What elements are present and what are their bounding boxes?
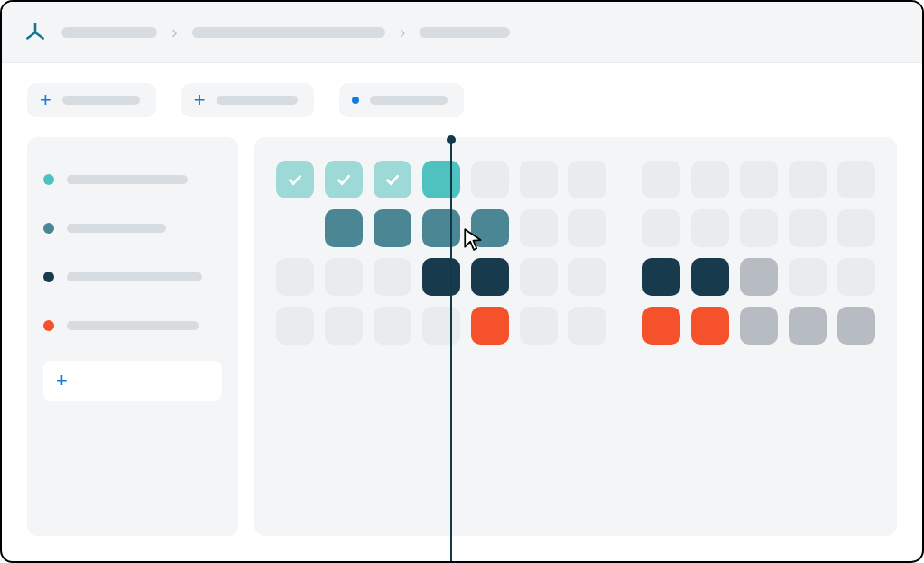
timeline-cell[interactable]: [691, 258, 729, 296]
add-item-button[interactable]: +: [43, 361, 222, 401]
cursor-icon: [462, 227, 485, 251]
timeline-cell[interactable]: [471, 307, 509, 345]
grid-gap: [617, 258, 632, 296]
timeline-cell[interactable]: [837, 161, 875, 198]
timeline-cell[interactable]: [568, 258, 606, 296]
dot-icon: [352, 97, 359, 104]
timeline-cell[interactable]: [789, 307, 827, 345]
timeline-row: [276, 258, 875, 296]
legend-dot-icon: [43, 174, 54, 185]
legend-label-placeholder: [67, 175, 188, 184]
timeline-cell[interactable]: [837, 307, 875, 345]
timeline-cell[interactable]: [691, 307, 729, 345]
toolbar-button[interactable]: [339, 83, 464, 117]
timeline-panel: [254, 137, 897, 536]
toolbar-label-placeholder: [370, 96, 448, 105]
check-icon: [285, 170, 305, 189]
timeline-cell[interactable]: [520, 307, 558, 345]
legend-sidebar: +: [27, 137, 238, 536]
timeline-cell[interactable]: [276, 307, 314, 345]
timeline-cell[interactable]: [568, 307, 606, 345]
breadcrumb-trail: ››: [61, 22, 510, 42]
timeline-cell[interactable]: [789, 258, 827, 296]
timeline-cell[interactable]: [520, 209, 558, 247]
timeline-cell[interactable]: [837, 209, 875, 247]
legend-dot-icon: [43, 320, 54, 331]
toolbar-button[interactable]: +: [181, 83, 314, 117]
timeline-cell[interactable]: [568, 209, 606, 247]
plus-icon: +: [194, 90, 206, 110]
legend-label-placeholder: [67, 321, 199, 330]
grid-gap: [617, 209, 632, 247]
timeline-cell[interactable]: [374, 209, 411, 247]
timeline-cell[interactable]: [740, 307, 778, 345]
timeline-cell[interactable]: [691, 209, 729, 247]
timeline-cell[interactable]: [740, 209, 778, 247]
app-frame: ›› ++ +: [0, 0, 924, 563]
plus-icon: +: [56, 371, 68, 391]
check-icon: [334, 170, 354, 189]
timeline-cell[interactable]: [837, 258, 875, 296]
timeline-grid: [276, 161, 875, 345]
timeline-cell[interactable]: [520, 161, 558, 198]
legend-item[interactable]: [43, 312, 222, 339]
toolbar: ++: [2, 63, 922, 117]
legend-dot-icon: [43, 223, 54, 234]
timeline-cell[interactable]: [642, 258, 680, 296]
timeline-cell[interactable]: [374, 307, 411, 345]
legend-list: [43, 166, 222, 339]
timeline-cell[interactable]: [520, 258, 558, 296]
timeline-cell[interactable]: [276, 161, 314, 198]
timeline-cell[interactable]: [422, 161, 460, 198]
breadcrumb-item[interactable]: [192, 27, 385, 38]
grid-gap: [617, 161, 632, 198]
chevron-right-icon: ›: [400, 22, 406, 42]
timeline-row: [276, 161, 875, 198]
timeline-cell[interactable]: [568, 161, 606, 198]
chevron-right-icon: ›: [171, 22, 178, 42]
legend-label-placeholder: [67, 224, 166, 233]
plus-icon: +: [40, 90, 51, 110]
breadcrumb-item[interactable]: [61, 27, 157, 38]
main-content: +: [2, 117, 922, 561]
legend-item[interactable]: [43, 263, 222, 291]
timeline-cell[interactable]: [276, 258, 314, 296]
timeline-cell[interactable]: [642, 307, 680, 345]
timeline-cell[interactable]: [374, 258, 411, 296]
legend-dot-icon: [43, 272, 54, 282]
timeline-cell[interactable]: [471, 258, 509, 296]
timeline-cell[interactable]: [471, 161, 509, 198]
breadcrumb-bar: ››: [2, 2, 922, 63]
toolbar-label-placeholder: [62, 96, 140, 105]
playhead-marker[interactable]: [450, 140, 452, 563]
timeline-cell[interactable]: [740, 161, 778, 198]
timeline-cell[interactable]: [325, 258, 363, 296]
timeline-cell[interactable]: [642, 209, 680, 247]
timeline-cell[interactable]: [789, 161, 827, 198]
toolbar-label-placeholder: [217, 96, 298, 105]
timeline-cell[interactable]: [422, 307, 460, 345]
legend-item[interactable]: [43, 166, 222, 193]
timeline-cell[interactable]: [325, 307, 363, 345]
app-logo-icon: [23, 21, 47, 44]
legend-item[interactable]: [43, 215, 222, 242]
timeline-cell[interactable]: [422, 258, 460, 296]
timeline-cell[interactable]: [642, 161, 680, 198]
timeline-cell: [276, 209, 314, 247]
check-icon: [383, 170, 402, 189]
legend-label-placeholder: [67, 272, 202, 282]
toolbar-button[interactable]: +: [27, 83, 156, 117]
timeline-cell[interactable]: [422, 209, 460, 247]
grid-gap: [617, 307, 632, 345]
timeline-cell[interactable]: [740, 258, 778, 296]
timeline-cell[interactable]: [374, 161, 411, 198]
timeline-cell[interactable]: [325, 209, 363, 247]
timeline-cell[interactable]: [789, 209, 827, 247]
timeline-row: [276, 307, 875, 345]
timeline-row: [276, 209, 875, 247]
timeline-cell[interactable]: [691, 161, 729, 198]
breadcrumb-item[interactable]: [420, 27, 510, 38]
timeline-cell[interactable]: [325, 161, 363, 198]
